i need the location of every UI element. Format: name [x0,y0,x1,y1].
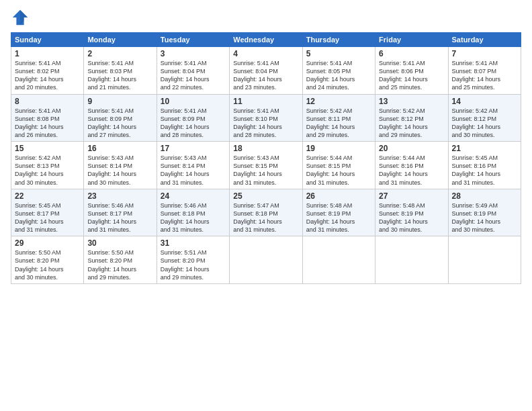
day-number: 27 [379,191,444,201]
calendar-cell: 31Sunrise: 5:51 AMSunset: 8:20 PMDayligh… [157,236,229,284]
calendar-week-5: 29Sunrise: 5:50 AMSunset: 8:20 PMDayligh… [11,236,521,284]
calendar-cell: 2Sunrise: 5:41 AMSunset: 8:03 PMDaylight… [84,47,157,95]
cell-content: Sunrise: 5:46 AMSunset: 8:17 PMDaylight:… [87,201,152,234]
logo [11,8,32,27]
header-cell-friday: Friday [375,33,448,47]
day-number: 15 [15,144,80,153]
calendar-table: SundayMondayTuesdayWednesdayThursdayFrid… [11,32,521,284]
day-number: 1 [15,49,80,58]
header-cell-monday: Monday [84,33,157,47]
calendar-cell: 12Sunrise: 5:42 AMSunset: 8:11 PMDayligh… [302,94,375,142]
calendar-cell: 27Sunrise: 5:48 AMSunset: 8:19 PMDayligh… [375,189,448,236]
cell-content: Sunrise: 5:48 AMSunset: 8:19 PMDaylight:… [379,201,444,234]
day-number: 19 [306,144,371,153]
day-number: 29 [15,238,80,248]
header-cell-wednesday: Wednesday [230,33,302,47]
cell-content: Sunrise: 5:43 AMSunset: 8:15 PMDaylight:… [233,154,298,187]
day-number: 13 [379,97,444,106]
day-number: 12 [306,97,371,106]
calendar-week-1: 1Sunrise: 5:41 AMSunset: 8:02 PMDaylight… [11,47,521,95]
day-number: 28 [452,191,517,201]
calendar-cell: 24Sunrise: 5:46 AMSunset: 8:18 PMDayligh… [157,189,229,236]
day-number: 5 [306,49,371,58]
cell-content: Sunrise: 5:44 AMSunset: 8:16 PMDaylight:… [379,154,444,187]
day-number: 21 [452,144,517,153]
day-number: 3 [161,49,226,58]
day-number: 16 [87,144,152,153]
cell-content: Sunrise: 5:42 AMSunset: 8:11 PMDaylight:… [306,107,371,140]
calendar-week-2: 8Sunrise: 5:41 AMSunset: 8:08 PMDaylight… [11,94,521,142]
cell-content: Sunrise: 5:41 AMSunset: 8:02 PMDaylight:… [15,59,80,92]
day-number: 14 [452,97,517,106]
cell-content: Sunrise: 5:46 AMSunset: 8:18 PMDaylight:… [161,201,226,234]
header-row: SundayMondayTuesdayWednesdayThursdayFrid… [11,33,521,47]
calendar-cell: 8Sunrise: 5:41 AMSunset: 8:08 PMDaylight… [11,94,84,142]
cell-content: Sunrise: 5:41 AMSunset: 8:06 PMDaylight:… [379,59,444,92]
page: SundayMondayTuesdayWednesdayThursdayFrid… [0,0,532,411]
calendar-cell: 5Sunrise: 5:41 AMSunset: 8:05 PMDaylight… [302,47,375,95]
cell-content: Sunrise: 5:41 AMSunset: 8:04 PMDaylight:… [233,59,298,92]
cell-content: Sunrise: 5:48 AMSunset: 8:19 PMDaylight:… [306,201,371,234]
day-number: 25 [233,191,298,201]
cell-content: Sunrise: 5:51 AMSunset: 8:20 PMDaylight:… [161,248,226,281]
day-number: 7 [452,49,517,58]
day-number: 18 [233,144,298,153]
calendar-cell [375,236,448,284]
header-cell-saturday: Saturday [448,33,521,47]
cell-content: Sunrise: 5:50 AMSunset: 8:20 PMDaylight:… [15,248,80,281]
day-number: 23 [87,191,152,201]
cell-content: Sunrise: 5:41 AMSunset: 8:07 PMDaylight:… [452,59,517,92]
cell-content: Sunrise: 5:45 AMSunset: 8:17 PMDaylight:… [15,201,80,234]
cell-content: Sunrise: 5:42 AMSunset: 8:12 PMDaylight:… [379,107,444,140]
calendar-cell: 14Sunrise: 5:42 AMSunset: 8:12 PMDayligh… [448,94,521,142]
cell-content: Sunrise: 5:43 AMSunset: 8:14 PMDaylight:… [87,154,152,187]
calendar-cell [448,236,521,284]
cell-content: Sunrise: 5:41 AMSunset: 8:03 PMDaylight:… [87,59,152,92]
calendar-cell [230,236,302,284]
day-number: 4 [233,49,298,58]
cell-content: Sunrise: 5:43 AMSunset: 8:14 PMDaylight:… [161,154,226,187]
header-cell-thursday: Thursday [302,33,375,47]
cell-content: Sunrise: 5:41 AMSunset: 8:09 PMDaylight:… [87,107,152,140]
calendar-cell: 13Sunrise: 5:42 AMSunset: 8:12 PMDayligh… [375,94,448,142]
day-number: 31 [161,238,226,248]
calendar-cell: 20Sunrise: 5:44 AMSunset: 8:16 PMDayligh… [375,142,448,189]
header-cell-sunday: Sunday [11,33,84,47]
day-number: 9 [87,97,152,106]
calendar-cell: 28Sunrise: 5:49 AMSunset: 8:19 PMDayligh… [448,189,521,236]
calendar-cell: 25Sunrise: 5:47 AMSunset: 8:18 PMDayligh… [230,189,302,236]
calendar-cell: 18Sunrise: 5:43 AMSunset: 8:15 PMDayligh… [230,142,302,189]
cell-content: Sunrise: 5:41 AMSunset: 8:05 PMDaylight:… [306,59,371,92]
day-number: 17 [161,144,226,153]
day-number: 8 [15,97,80,106]
calendar-cell: 10Sunrise: 5:41 AMSunset: 8:09 PMDayligh… [157,94,229,142]
day-number: 22 [15,191,80,201]
cell-content: Sunrise: 5:41 AMSunset: 8:09 PMDaylight:… [161,107,226,140]
calendar-cell: 15Sunrise: 5:42 AMSunset: 8:13 PMDayligh… [11,142,84,189]
day-number: 26 [306,191,371,201]
calendar-cell: 22Sunrise: 5:45 AMSunset: 8:17 PMDayligh… [11,189,84,236]
header [11,8,521,27]
cell-content: Sunrise: 5:41 AMSunset: 8:08 PMDaylight:… [15,107,80,140]
calendar-cell: 29Sunrise: 5:50 AMSunset: 8:20 PMDayligh… [11,236,84,284]
day-number: 11 [233,97,298,106]
cell-content: Sunrise: 5:42 AMSunset: 8:12 PMDaylight:… [452,107,517,140]
logo-icon [11,8,30,27]
cell-content: Sunrise: 5:44 AMSunset: 8:15 PMDaylight:… [306,154,371,187]
calendar-cell: 19Sunrise: 5:44 AMSunset: 8:15 PMDayligh… [302,142,375,189]
cell-content: Sunrise: 5:42 AMSunset: 8:13 PMDaylight:… [15,154,80,187]
cell-content: Sunrise: 5:41 AMSunset: 8:10 PMDaylight:… [233,107,298,140]
calendar-cell: 3Sunrise: 5:41 AMSunset: 8:04 PMDaylight… [157,47,229,95]
calendar-cell: 6Sunrise: 5:41 AMSunset: 8:06 PMDaylight… [375,47,448,95]
cell-content: Sunrise: 5:45 AMSunset: 8:16 PMDaylight:… [452,154,517,187]
cell-content: Sunrise: 5:49 AMSunset: 8:19 PMDaylight:… [452,201,517,234]
calendar-cell: 30Sunrise: 5:50 AMSunset: 8:20 PMDayligh… [84,236,157,284]
day-number: 2 [87,49,152,58]
day-number: 20 [379,144,444,153]
calendar-cell: 4Sunrise: 5:41 AMSunset: 8:04 PMDaylight… [230,47,302,95]
cell-content: Sunrise: 5:41 AMSunset: 8:04 PMDaylight:… [161,59,226,92]
calendar-cell: 1Sunrise: 5:41 AMSunset: 8:02 PMDaylight… [11,47,84,95]
cell-content: Sunrise: 5:47 AMSunset: 8:18 PMDaylight:… [233,201,298,234]
calendar-cell [302,236,375,284]
cell-content: Sunrise: 5:50 AMSunset: 8:20 PMDaylight:… [87,248,152,281]
